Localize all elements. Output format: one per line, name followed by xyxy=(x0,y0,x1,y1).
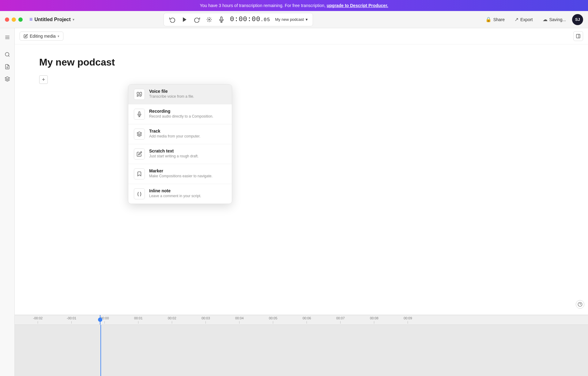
maximize-button[interactable] xyxy=(18,17,23,22)
timeline-tick: 00:01 xyxy=(134,316,143,324)
playhead-handle xyxy=(98,318,102,322)
right-panel-button[interactable] xyxy=(573,31,583,41)
inline-note-desc: Leave a comment in your script. xyxy=(149,194,201,198)
voice-file-icon xyxy=(134,89,145,100)
title-bar: ≡ Untitled Project ▾ xyxy=(0,11,588,28)
banner-text: You have 3 hours of transcription remain… xyxy=(200,3,327,8)
export-button[interactable]: ↗ Export xyxy=(511,15,536,24)
document-icon[interactable] xyxy=(2,61,13,72)
menu-item-track[interactable]: Track Add media from your computer. xyxy=(128,124,232,144)
timeline-tracks xyxy=(15,325,588,376)
add-content-dropdown: Voice file Transcribe voice from a file. xyxy=(128,84,232,204)
left-sidebar xyxy=(0,28,15,376)
editing-mode-button[interactable]: Editing media ▾ xyxy=(20,32,63,41)
track-content: Track Add media from your computer. xyxy=(149,129,200,138)
layers-icon[interactable] xyxy=(2,73,13,85)
menu-item-marker[interactable]: Marker Make Compositions easier to navig… xyxy=(128,164,232,184)
timeline-tick: 00:08 xyxy=(370,316,379,324)
track-icon xyxy=(134,129,145,140)
script-area: My new podcast + Voice file Transcribe v… xyxy=(15,44,588,315)
marker-title: Marker xyxy=(149,168,213,173)
tick-label: 00:08 xyxy=(370,316,379,320)
pencil-icon xyxy=(24,34,28,38)
forward-button[interactable] xyxy=(191,15,203,24)
svg-line-8 xyxy=(8,55,9,56)
tick-label: 00:01 xyxy=(134,316,143,320)
timeline-area: -00:02 -00:01 00:00 00:01 00:02 xyxy=(15,315,588,376)
timeline-tick: 00:05 xyxy=(269,316,277,324)
project-title: Untitled Project xyxy=(35,17,71,22)
timeline-tick: 00:04 xyxy=(235,316,244,324)
help-button[interactable] xyxy=(576,300,584,309)
rewind-button[interactable] xyxy=(166,15,179,24)
inline-note-content: Inline note Leave a comment in your scri… xyxy=(149,188,201,198)
toolbar-center: 0:00:00.05 My new podcast ▾ xyxy=(164,13,313,26)
voice-file-title: Voice file xyxy=(149,89,194,94)
ruler-playhead xyxy=(100,315,100,325)
saving-button[interactable]: ☁ Saving... xyxy=(539,15,570,24)
toolbar-right: 🔒 Share ↗ Export ☁ Saving... SJ xyxy=(482,14,583,25)
tick-label: -00:01 xyxy=(67,316,76,320)
timeline-tick: 00:09 xyxy=(404,316,412,324)
menu-item-recording[interactable]: Recording Record audio directly to a Com… xyxy=(128,104,232,124)
chevron-down-icon: ▾ xyxy=(73,17,74,22)
minimize-button[interactable] xyxy=(12,17,16,22)
menu-icon[interactable] xyxy=(2,32,13,43)
composition-selector[interactable]: My new podcast ▾ xyxy=(273,16,310,23)
cloud-icon: ☁ xyxy=(543,17,548,22)
voice-file-content: Voice file Transcribe voice from a file. xyxy=(149,89,194,99)
upgrade-link[interactable]: upgrade to Descript Producer. xyxy=(327,3,388,8)
tick-label: 00:06 xyxy=(303,316,311,320)
menu-item-scratch-text[interactable]: Scratch text Just start writing a rough … xyxy=(128,144,232,164)
add-content-button[interactable]: + xyxy=(39,75,48,84)
menu-item-voice-file[interactable]: Voice file Transcribe voice from a file. xyxy=(128,85,232,104)
search-icon[interactable] xyxy=(2,49,13,60)
main-layout: Editing media ▾ My new podcast + xyxy=(0,28,588,376)
tick-label: 00:02 xyxy=(168,316,176,320)
marker-desc: Make Compositions easier to navigate. xyxy=(149,174,213,178)
play-button[interactable] xyxy=(179,15,191,24)
share-icon: 🔒 xyxy=(485,17,492,22)
export-icon: ↗ xyxy=(514,17,518,22)
tick-label: 00:05 xyxy=(269,316,277,320)
time-display: 0:00:00.05 xyxy=(228,16,273,23)
traffic-lights xyxy=(5,17,23,22)
track-title: Track xyxy=(149,129,200,133)
top-banner: You have 3 hours of transcription remain… xyxy=(0,0,588,11)
tick-label: 00:09 xyxy=(404,316,412,320)
menu-item-inline-note[interactable]: ( ) Inline note Leave a comment in your … xyxy=(128,184,232,204)
project-icon: ≡ xyxy=(29,16,33,23)
timeline-tick: 00:07 xyxy=(336,316,345,324)
voice-file-desc: Transcribe voice from a file. xyxy=(149,94,194,99)
share-button[interactable]: 🔒 Share xyxy=(482,15,508,24)
scratch-text-desc: Just start writing a rough draft. xyxy=(149,154,198,158)
record-button[interactable] xyxy=(215,15,228,24)
recording-title: Recording xyxy=(149,109,213,114)
composition-name: My new podcast xyxy=(275,17,304,22)
project-title-area[interactable]: ≡ Untitled Project ▾ xyxy=(26,15,77,24)
recording-content: Recording Record audio directly to a Com… xyxy=(149,109,213,118)
inline-note-icon: ( ) xyxy=(134,188,145,199)
marker-content: Marker Make Compositions easier to navig… xyxy=(149,168,213,178)
close-button[interactable] xyxy=(5,17,9,22)
recording-desc: Record audio directly to a Composition. xyxy=(149,114,213,118)
content-area: Editing media ▾ My new podcast + xyxy=(15,28,588,376)
inline-note-title: Inline note xyxy=(149,188,201,193)
timeline-tick: 00:03 xyxy=(202,316,210,324)
saving-label: Saving... xyxy=(549,17,566,22)
effects-button[interactable] xyxy=(203,15,215,24)
avatar[interactable]: SJ xyxy=(572,14,583,25)
tick-label: -00:02 xyxy=(33,316,43,320)
track-desc: Add media from your computer. xyxy=(149,134,200,138)
svg-rect-12 xyxy=(576,34,580,38)
editing-toolbar: Editing media ▾ xyxy=(15,28,588,44)
marker-icon xyxy=(134,168,145,179)
tick-label: 00:04 xyxy=(235,316,244,320)
timeline-tick: 00:02 xyxy=(168,316,176,324)
svg-point-7 xyxy=(5,52,9,56)
tick-label: 00:07 xyxy=(336,316,345,320)
composition-title: My new podcast xyxy=(39,57,564,68)
scratch-text-content: Scratch text Just start writing a rough … xyxy=(149,149,198,158)
svg-marker-16 xyxy=(137,132,142,134)
playhead-line xyxy=(100,325,101,376)
